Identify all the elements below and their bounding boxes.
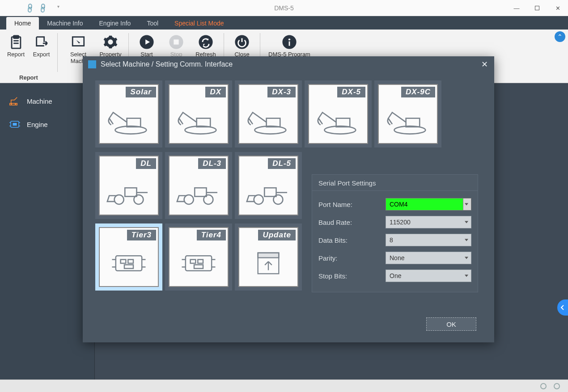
svg-point-11: [288, 38, 290, 40]
machine-tile-dx5[interactable]: DX-5: [305, 80, 372, 148]
machine-tile-update[interactable]: Update: [235, 223, 302, 291]
svg-rect-57: [258, 253, 279, 258]
machine-tile-tier4[interactable]: Tier4: [165, 223, 232, 291]
tile-label: Solar: [126, 87, 156, 97]
quick-access-icons: 🔗 🔗 ▾: [26, 4, 59, 12]
dialog-title-bar[interactable]: Select Machine / Setting Comm. Interface…: [83, 56, 494, 72]
sidebar: Machine Engine: [0, 83, 95, 379]
ribbon-collapse-button[interactable]: ⌃: [555, 31, 565, 42]
ribbon-group-label: Report: [0, 74, 57, 81]
menu-bar: Home Machine Info Engine Info Tool Speci…: [0, 16, 568, 30]
quick-access-drop-icon[interactable]: ▾: [57, 4, 59, 12]
svg-rect-53: [191, 260, 196, 263]
machine-tile-dx9c[interactable]: DX-9C: [374, 80, 441, 148]
baud-rate-value: 115200: [390, 219, 411, 226]
chevron-down-icon: [465, 239, 468, 241]
tile-art: [309, 97, 367, 143]
machine-tile-dx3[interactable]: DX-3: [235, 80, 302, 148]
chevron-down-icon: [465, 275, 468, 277]
stop-bits-select[interactable]: One: [386, 270, 471, 282]
stop-icon: [167, 33, 185, 51]
tile-label: DX-3: [267, 87, 296, 97]
refresh-icon: [197, 33, 215, 51]
parity-select[interactable]: None: [386, 252, 471, 264]
machine-tile-solar[interactable]: Solar: [95, 80, 162, 148]
svg-rect-36: [195, 188, 206, 196]
chevron-left-icon: [560, 304, 565, 311]
tile-art: [100, 240, 158, 286]
ribbon-label: Report: [7, 51, 25, 58]
ribbon-program-info[interactable]: DMS-5 Program: [265, 33, 314, 58]
ribbon-start[interactable]: Start: [133, 33, 160, 58]
tile-label: DL-5: [268, 158, 296, 169]
tile-label: Tier4: [197, 230, 226, 240]
status-bar: [0, 379, 568, 392]
svg-rect-55: [194, 265, 203, 268]
tab-engine-info[interactable]: Engine Info: [91, 17, 139, 30]
sidebar-item-label: Engine: [27, 121, 48, 128]
ribbon-export[interactable]: Export: [30, 33, 53, 58]
svg-rect-47: [124, 265, 133, 268]
tile-label: DX-9C: [401, 87, 435, 97]
select-machine-dialog: Select Machine / Setting Comm. Interface…: [83, 56, 494, 342]
chevron-down-icon: [463, 198, 471, 210]
svg-rect-54: [198, 260, 203, 263]
svg-rect-7: [174, 39, 178, 44]
dialog-app-icon: [88, 60, 96, 68]
gear-icon: [102, 33, 119, 51]
ribbon-refresh[interactable]: Refresh: [192, 33, 219, 58]
chevron-down-icon: [465, 221, 468, 223]
parity-label: Parity:: [318, 254, 386, 262]
title-bar: 🔗 🔗 ▾ DMS-5 — ✕: [0, 0, 568, 16]
machine-tile-dl[interactable]: DL: [95, 152, 162, 219]
baud-rate-label: Baud Rate:: [318, 219, 386, 226]
ribbon-report[interactable]: Report: [4, 33, 27, 58]
dialog-title-text: Select Machine / Setting Comm. Interface: [101, 60, 233, 68]
sidebar-item-label: Machine: [27, 97, 52, 105]
tab-home[interactable]: Home: [6, 17, 39, 30]
excavator-icon: [8, 96, 21, 106]
port-name-select[interactable]: COM4: [386, 198, 471, 211]
minimize-button[interactable]: —: [506, 0, 527, 16]
app-title: DMS-5: [274, 4, 294, 12]
tile-art: [239, 240, 297, 286]
serial-port-settings: Serial Port Settings Port Name: COM4 Bau…: [312, 174, 478, 292]
tile-art: [239, 169, 297, 215]
svg-rect-1: [13, 36, 18, 38]
link-icon-2[interactable]: 🔗: [37, 2, 49, 13]
ribbon-group-report: Report Export Report: [0, 30, 57, 83]
machine-tile-dx[interactable]: DX: [165, 80, 232, 148]
link-icon[interactable]: 🔗: [24, 2, 36, 13]
pointer-screen-icon: [69, 33, 87, 51]
svg-rect-45: [121, 260, 126, 263]
tab-special-list-mode[interactable]: Special List Mode: [166, 17, 232, 30]
clipboard-icon: [7, 33, 25, 51]
data-bits-value: 8: [390, 236, 393, 244]
svg-point-13: [11, 103, 12, 105]
tab-machine-info[interactable]: Machine Info: [39, 17, 91, 30]
machine-tile-tier3[interactable]: Tier3: [95, 223, 162, 291]
power-icon: [233, 33, 251, 51]
tile-art: [170, 169, 228, 215]
status-led-1: [540, 383, 547, 389]
tab-tool[interactable]: Tool: [139, 17, 166, 30]
sidebar-item-engine[interactable]: Engine: [0, 113, 94, 136]
svg-point-14: [15, 103, 16, 105]
tile-label: DL: [136, 158, 156, 169]
machine-tile-dl5[interactable]: DL-5: [235, 152, 302, 219]
ok-button[interactable]: OK: [426, 317, 476, 331]
maximize-button[interactable]: [527, 0, 547, 16]
ribbon-close[interactable]: Close: [229, 33, 255, 58]
machine-tile-dl3[interactable]: DL-3: [165, 152, 232, 219]
sidebar-item-machine[interactable]: Machine: [0, 89, 94, 113]
baud-rate-select[interactable]: 115200: [386, 216, 471, 228]
data-bits-select[interactable]: 8: [386, 234, 471, 246]
dialog-close-button[interactable]: ✕: [478, 58, 491, 71]
settings-title: Serial Port Settings: [312, 175, 478, 191]
tile-art: [170, 240, 228, 286]
ribbon-stop[interactable]: Stop: [163, 33, 190, 58]
close-window-button[interactable]: ✕: [547, 0, 568, 16]
svg-rect-16: [13, 123, 17, 126]
play-icon: [138, 33, 156, 51]
status-led-2: [554, 383, 560, 389]
